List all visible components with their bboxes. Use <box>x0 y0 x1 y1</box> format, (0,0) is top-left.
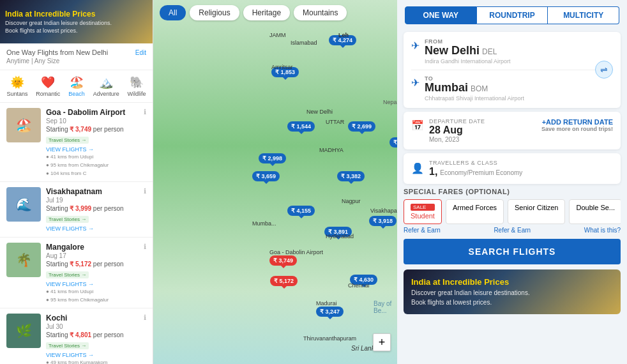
plane-takeoff-icon: ✈ <box>411 40 419 52</box>
dest-name-mangalore: Mangalore <box>46 243 144 252</box>
dest-link-kochi[interactable]: VIEW FLIGHTS → <box>46 352 144 358</box>
city-label-madhya: MADHYA <box>319 147 344 153</box>
refer-row: Refer & Earn Refer & Earn What is this? <box>404 227 621 234</box>
edit-button[interactable]: Edit <box>135 49 146 56</box>
traveller-class: Economy/Premium Economy <box>440 169 522 176</box>
sale-badge: SALE <box>411 204 435 211</box>
from-row[interactable]: ✈ FROM New Delhi DEL Indira Gandhi Inter… <box>411 38 613 64</box>
map-tab-mountains[interactable]: Mountains <box>294 5 347 20</box>
price-marker-patna[interactable]: ₹ 3,675 <box>389 137 397 148</box>
dest-tag-mangalore[interactable]: Travel Stories → <box>46 271 89 278</box>
category-romantic[interactable]: ❤️ Romantic <box>36 75 60 97</box>
category-wildlife[interactable]: 🐘 Wildlife <box>128 75 146 97</box>
map-tab-all[interactable]: All <box>160 5 186 20</box>
info-icon-kochi[interactable]: ℹ <box>144 314 146 322</box>
dest-distances-kochi: ● 49 kms from Kumarakom● 51 kms from All… <box>46 360 144 364</box>
calendar-icon: 📅 <box>411 119 424 132</box>
map-tab-heritage[interactable]: Heritage <box>243 5 290 20</box>
person-icon: 👤 <box>411 162 424 174</box>
dest-date-goa: Sep 10 <box>46 118 144 125</box>
ad-banner-top[interactable]: India at Incredible Prices Discover grea… <box>0 0 153 43</box>
price-marker-goa[interactable]: ₹ 3,749 <box>269 255 297 266</box>
special-fares-section: SPECIAL FARES (OPTIONAL) SALE Student Ar… <box>404 188 621 224</box>
dest-tag-visakhapatnam[interactable]: Travel Stories → <box>46 216 89 223</box>
dest-card-visakhapatnam[interactable]: 🌊 Visakhapatnam Jul 19 Starting ₹ 3,999 … <box>0 182 153 238</box>
price-marker-jaipur[interactable]: ₹ 1,544 <box>287 121 315 132</box>
info-icon-goa[interactable]: ℹ <box>144 108 146 116</box>
dest-distances-goa: ● 41 kms from Udupi● 95 kms from Chikmag… <box>46 154 144 176</box>
dest-link-visakhapatnam[interactable]: VIEW FLIGHTS → <box>46 225 144 232</box>
dest-tag-goa[interactable]: Travel Stories → <box>46 137 89 144</box>
travellers-label: TRAVELLERS & CLASS <box>429 160 522 166</box>
dest-card-kochi[interactable]: 🌿 Kochi Jul 30 Starting ₹ 4,801 per pers… <box>0 308 153 364</box>
tab-multicity[interactable]: MULTICITY <box>548 6 619 24</box>
wildlife-label: Wildlife <box>128 91 146 97</box>
price-marker-mangalore[interactable]: ₹ 5,172 <box>270 276 298 286</box>
beach-label: Beach <box>68 91 85 97</box>
add-return-button[interactable]: +ADD RETURN DATE Save more on round trip… <box>541 118 613 132</box>
refer-earn-left[interactable]: Refer & Earn <box>404 227 441 234</box>
dest-date-kochi: Jul 30 <box>46 323 144 330</box>
dest-link-goa[interactable]: VIEW FLIGHTS → <box>46 146 144 153</box>
search-flights-button[interactable]: SEARCH FLIGHTS <box>404 239 621 264</box>
price-marker-vadodara[interactable]: ₹ 3,659 <box>252 171 280 181</box>
from-city: New Delhi <box>425 45 480 57</box>
price-marker-lucknow[interactable]: ₹ 2,699 <box>348 121 375 132</box>
flight-header: One Way Flights from New Delhi Edit Anyt… <box>0 43 153 70</box>
dest-tag-kochi[interactable]: Travel Stories → <box>46 342 89 349</box>
from-airport: Indira Gandhi International Airport <box>425 58 511 64</box>
fare-armed-forces[interactable]: Armed Forces <box>446 199 504 224</box>
city-label-nagpur: Nagpur <box>342 198 361 204</box>
bottom-ad-banner[interactable]: India at Incredible Prices Discover grea… <box>404 269 621 314</box>
travellers-card[interactable]: 👤 TRAVELLERS & CLASS 1, Economy/Premium … <box>404 153 621 184</box>
dest-img-visakhapatnam: 🌊 <box>6 187 41 222</box>
refer-earn-right[interactable]: Refer & Earn <box>494 227 531 234</box>
dest-card-goa[interactable]: 🏖️ Goa - Dabolim Airport Sep 10 Starting… <box>0 103 153 182</box>
dest-name-goa: Goa - Dabolim Airport <box>46 108 144 117</box>
dest-price-goa: Starting ₹ 3,749 per person <box>46 126 144 133</box>
dest-link-mangalore[interactable]: VIEW FLIGHTS → <box>46 281 144 287</box>
city-label-leh: Leh <box>338 32 349 38</box>
fare-double-seat[interactable]: Double Se... <box>569 199 621 224</box>
swap-button[interactable]: ⇌ <box>595 61 613 79</box>
to-row[interactable]: ✈ TO Mumbai BOM Chhatrapati Shivaji Inte… <box>411 75 613 102</box>
info-icon-visakhapatnam[interactable]: ℹ <box>144 187 146 195</box>
departure-card[interactable]: 📅 DEPARTURE DATE 28 Aug Mon, 2023 +ADD R… <box>404 112 621 149</box>
city-label-uttar: UTTAR <box>326 119 344 125</box>
price-marker-madurai[interactable]: ₹ 3,247 <box>316 307 344 317</box>
to-city: Mumbai <box>425 82 468 95</box>
info-icon-mangalore[interactable]: ℹ <box>144 243 146 251</box>
fare-senior-citizen[interactable]: Senior Citizen <box>508 199 565 224</box>
price-marker-udaipur[interactable]: ₹ 2,998 <box>259 153 286 163</box>
dest-img-kochi: 🌿 <box>6 314 41 348</box>
bottom-ad-title: India at Incredible Prices <box>411 277 530 287</box>
category-suntans[interactable]: 🌞 Suntans <box>6 75 27 97</box>
dest-price-mangalore: Starting ₹ 5,172 per person <box>46 261 144 268</box>
dest-price-kochi: Starting ₹ 4,801 per person <box>46 331 144 338</box>
city-label-nepal: Nepal <box>383 99 397 105</box>
dest-name-kochi: Kochi <box>46 314 144 322</box>
what-is-this-link[interactable]: What is this? <box>584 227 621 234</box>
city-label-madurai-text: Madurai <box>316 300 337 307</box>
bottom-ad-subtitle: Discover great Indian leisure destinatio… <box>411 289 530 296</box>
category-beach[interactable]: 🏖️ Beach <box>68 75 85 97</box>
map-tab-religious[interactable]: Religious <box>190 5 239 20</box>
price-marker-nirdi[interactable]: ₹ 4,155 <box>287 206 315 216</box>
dest-info-kochi: Kochi Jul 30 Starting ₹ 4,801 per person… <box>46 314 144 364</box>
tab-oneway[interactable]: ONE WAY <box>405 6 477 24</box>
dest-info-visakhapatnam: Visakhapatnam Jul 19 Starting ₹ 3,999 pe… <box>46 187 144 232</box>
dest-name-visakhapatnam: Visakhapatnam <box>46 187 144 196</box>
add-return-label: +ADD RETURN DATE <box>541 118 613 126</box>
dest-card-mangalore[interactable]: 🌴 Mangalore Aug 17 Starting ₹ 5,172 per … <box>0 238 153 308</box>
price-marker-visakhapatnam[interactable]: ₹ 3,918 <box>369 216 397 226</box>
romantic-icon: ❤️ <box>41 75 55 89</box>
zoom-in-button[interactable]: + <box>373 333 391 351</box>
city-label-amritsar: Amritsar <box>271 64 293 70</box>
city-label-visakhapatnam-text: Visakhapatnam <box>370 208 397 214</box>
price-marker-jabalpur[interactable]: ₹ 3,382 <box>337 171 365 181</box>
wildlife-icon: 🐘 <box>130 75 144 89</box>
category-adventure[interactable]: 🏔️ Adventure <box>93 75 119 97</box>
tab-roundtrip[interactable]: ROUNDTRIP <box>477 6 548 24</box>
fare-student[interactable]: SALE Student <box>404 199 442 224</box>
from-to-card: ✈ FROM New Delhi DEL Indira Gandhi Inter… <box>404 32 621 108</box>
